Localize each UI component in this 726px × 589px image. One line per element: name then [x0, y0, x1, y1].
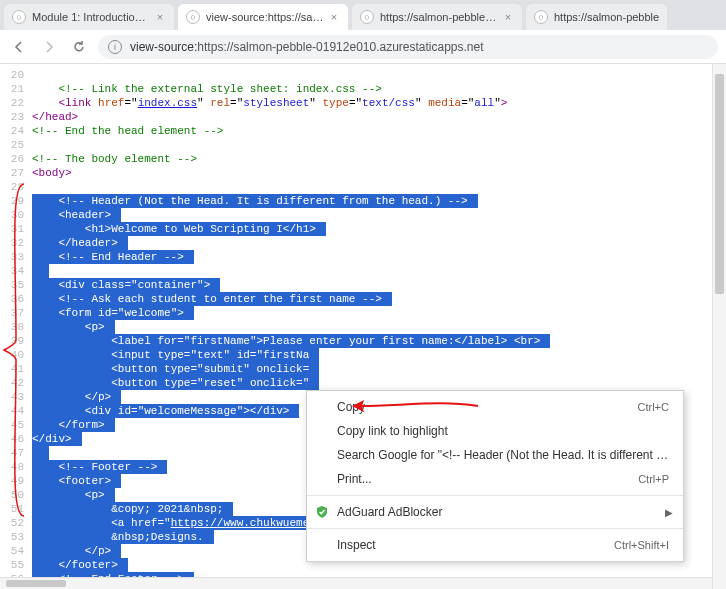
line-code[interactable]: <!-- End Header --> [32, 250, 194, 264]
menu-separator [307, 528, 683, 529]
source-line[interactable]: 28 [0, 180, 726, 194]
line-code[interactable]: <!-- Header (Not the Head. It is differe… [32, 194, 478, 208]
globe-icon: ○ [186, 10, 200, 24]
tab-1[interactable]: ○ view-source:https://salmon-pebb × [178, 4, 348, 30]
forward-button[interactable] [38, 36, 60, 58]
line-code[interactable]: &copy; 2021&nbsp; [32, 502, 233, 516]
line-code[interactable] [32, 446, 49, 460]
source-line[interactable]: 27<body> [0, 166, 726, 180]
source-line[interactable]: 24<!-- End the head element --> [0, 124, 726, 138]
line-code[interactable]: </div> [32, 432, 82, 446]
context-menu-search[interactable]: Search Google for "<!-- Header (Not the … [307, 443, 683, 467]
line-code[interactable]: <!-- Link the external style sheet: inde… [32, 82, 392, 96]
line-number: 38 [0, 320, 32, 334]
context-menu-print[interactable]: Print... Ctrl+P [307, 467, 683, 491]
vertical-scrollbar[interactable] [712, 64, 726, 589]
line-code[interactable] [32, 180, 49, 194]
source-line[interactable]: 21 <!-- Link the external style sheet: i… [0, 82, 726, 96]
line-number: 21 [0, 82, 32, 96]
line-code[interactable]: </p> [32, 390, 121, 404]
line-number: 39 [0, 334, 32, 348]
horizontal-scrollbar[interactable] [0, 577, 712, 589]
line-number: 40 [0, 348, 32, 362]
source-line[interactable]: 33 <!-- End Header --> [0, 250, 726, 264]
close-icon[interactable]: × [328, 11, 340, 23]
line-code[interactable]: </form> [32, 418, 115, 432]
line-number: 43 [0, 390, 32, 404]
line-code[interactable]: <h1>Welcome to Web Scripting I</h1> [32, 222, 326, 236]
source-line[interactable]: 30 <header> [0, 208, 726, 222]
close-icon[interactable]: × [154, 11, 166, 23]
line-code[interactable]: <p> [32, 488, 115, 502]
line-code[interactable]: <div class="container"> [32, 278, 220, 292]
source-line[interactable]: 29 <!-- Header (Not the Head. It is diff… [0, 194, 726, 208]
back-button[interactable] [8, 36, 30, 58]
line-code[interactable]: <p> [32, 320, 115, 334]
line-code[interactable]: <div id="welcomeMessage"></div> [32, 404, 299, 418]
tab-label: view-source:https://salmon-pebb [206, 11, 324, 23]
scrollbar-thumb[interactable] [6, 580, 66, 587]
source-line[interactable]: 36 <!-- Ask each student to enter the fi… [0, 292, 726, 306]
line-code[interactable]: <form id="welcome"> [32, 306, 194, 320]
line-code[interactable]: </head> [32, 110, 88, 124]
line-code[interactable]: <button type="submit" onclick= [32, 362, 319, 376]
source-line[interactable]: 37 <form id="welcome"> [0, 306, 726, 320]
site-info-icon[interactable]: i [108, 40, 122, 54]
source-line[interactable]: 42 <button type="reset" onclick=" [0, 376, 726, 390]
source-line[interactable]: 40 <input type="text" id="firstNa [0, 348, 726, 362]
line-number: 24 [0, 124, 32, 138]
line-number: 48 [0, 460, 32, 474]
source-line[interactable]: 25 [0, 138, 726, 152]
context-menu-adguard[interactable]: AdGuard AdBlocker ▶ [307, 500, 683, 524]
menu-shortcut: Ctrl+C [638, 401, 669, 413]
line-code[interactable]: </footer> [32, 558, 128, 572]
line-code[interactable]: <body> [32, 166, 82, 180]
line-number: 46 [0, 432, 32, 446]
menu-shortcut: Ctrl+P [638, 473, 669, 485]
line-code[interactable]: <button type="reset" onclick=" [32, 376, 319, 390]
context-menu-inspect[interactable]: Inspect Ctrl+Shift+I [307, 533, 683, 557]
context-menu-copy-link-highlight[interactable]: Copy link to highlight [307, 419, 683, 443]
line-number: 25 [0, 138, 32, 152]
tab-label: https://salmon-pebble-01912e01 [380, 11, 498, 23]
source-line[interactable]: 34 [0, 264, 726, 278]
address-bar[interactable]: i view-source:https://salmon-pebble-0191… [98, 35, 718, 59]
line-code[interactable]: </p> [32, 544, 121, 558]
menu-label: Inspect [337, 538, 376, 552]
line-code[interactable]: <input type="text" id="firstNa [32, 348, 319, 362]
menu-shortcut: Ctrl+Shift+I [614, 539, 669, 551]
line-code[interactable]: <!-- Footer --> [32, 460, 167, 474]
tab-0[interactable]: ○ Module 1: Introduction to JavaSc × [4, 4, 174, 30]
source-line[interactable]: 26<!-- The body element --> [0, 152, 726, 166]
source-line[interactable]: 32 </header> [0, 236, 726, 250]
line-number: 30 [0, 208, 32, 222]
reload-button[interactable] [68, 36, 90, 58]
line-code[interactable]: <!-- End the head element --> [32, 124, 233, 138]
source-line[interactable]: 31 <h1>Welcome to Web Scripting I</h1> [0, 222, 726, 236]
source-line[interactable]: 39 <label for="firstName">Please enter y… [0, 334, 726, 348]
menu-label: Copy [337, 400, 365, 414]
source-line[interactable]: 38 <p> [0, 320, 726, 334]
source-line[interactable]: 20 [0, 68, 726, 82]
line-code[interactable]: &nbsp;Designs. [32, 530, 214, 544]
tab-2[interactable]: ○ https://salmon-pebble-01912e01 × [352, 4, 522, 30]
tab-3[interactable]: ○ https://salmon-pebble [526, 4, 667, 30]
source-line[interactable]: 35 <div class="container"> [0, 278, 726, 292]
close-icon[interactable]: × [502, 11, 514, 23]
line-code[interactable] [32, 68, 49, 82]
line-code[interactable]: <link href="index.css" rel="stylesheet" … [32, 96, 517, 110]
line-code[interactable]: <header> [32, 208, 121, 222]
line-code[interactable] [32, 264, 49, 278]
source-line[interactable]: 41 <button type="submit" onclick= [0, 362, 726, 376]
line-code[interactable]: <footer> [32, 474, 121, 488]
source-line[interactable]: 22 <link href="index.css" rel="styleshee… [0, 96, 726, 110]
line-code[interactable]: <!-- Ask each student to enter the first… [32, 292, 392, 306]
line-code[interactable]: <!-- The body element --> [32, 152, 207, 166]
source-line[interactable]: 23</head> [0, 110, 726, 124]
globe-icon: ○ [12, 10, 26, 24]
context-menu-copy[interactable]: Copy Ctrl+C [307, 395, 683, 419]
scrollbar-thumb[interactable] [715, 74, 724, 294]
line-code[interactable] [32, 138, 49, 152]
line-code[interactable]: </header> [32, 236, 128, 250]
line-code[interactable]: <label for="firstName">Please enter your… [32, 334, 550, 348]
